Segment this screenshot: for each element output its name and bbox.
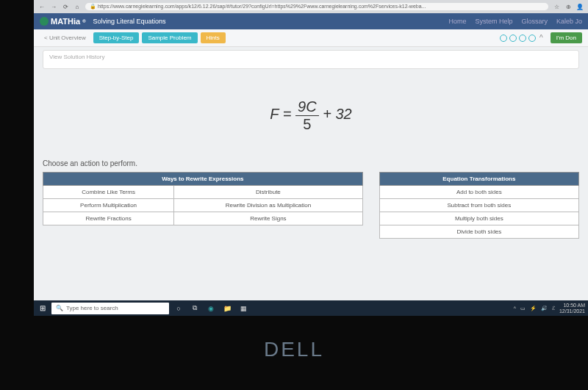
action-subtract-both-sides[interactable]: Subtract from both sides: [379, 199, 578, 212]
taskbar-search[interactable]: 🔍 Type here to search: [51, 303, 169, 314]
logo-dot-icon: [40, 17, 49, 26]
lock-icon: 🔒: [90, 4, 96, 9]
cortana-icon[interactable]: ○: [172, 302, 185, 315]
laptop-brand-label: DELL: [0, 338, 588, 361]
url-bar[interactable]: 🔒 https://www.carnegielearning.com/apps/…: [85, 3, 548, 10]
chevron-up-icon[interactable]: ^: [539, 34, 543, 42]
menu-icon[interactable]: ⊕: [564, 3, 572, 10]
im-done-button[interactable]: I'm Don: [551, 32, 582, 43]
battery-icon[interactable]: ▭: [520, 306, 526, 311]
sample-problem-button[interactable]: Sample Problem: [142, 32, 197, 43]
progress-circle: [528, 35, 536, 42]
action-perform-multiplication[interactable]: Perform Multiplication: [43, 199, 174, 212]
table-header: Ways to Rewrite Expressions: [43, 173, 363, 186]
language-icon[interactable]: ℰ: [552, 306, 555, 311]
reload-icon[interactable]: ⟳: [62, 3, 69, 10]
task-view-icon[interactable]: ⧉: [188, 302, 201, 315]
nav-glossary[interactable]: Glossary: [521, 18, 548, 25]
star-icon[interactable]: ☆: [553, 3, 560, 10]
nav-user[interactable]: Kaleb Jo: [556, 18, 582, 25]
app-icon[interactable]: ▦: [237, 302, 250, 315]
rewrite-expressions-table: Ways to Rewrite Expressions Combine Like…: [43, 172, 363, 225]
wifi-icon[interactable]: ⚡: [530, 306, 537, 311]
mathia-logo: MATHia®: [40, 17, 86, 26]
url-text: https://www.carnegielearning.com/apps/k1…: [98, 4, 426, 9]
solution-history-box[interactable]: View Solution History: [43, 50, 579, 69]
equation-display: F = 9C5 + 32: [43, 69, 579, 155]
progress-circle: [519, 35, 526, 42]
action-combine-like-terms[interactable]: Combine Like Terms: [43, 186, 174, 199]
lesson-title: Solving Literal Equations: [93, 18, 166, 25]
hints-button[interactable]: Hints: [201, 32, 226, 43]
action-distribute[interactable]: Distribute: [174, 186, 363, 199]
table-header: Equation Transformations: [379, 173, 578, 186]
progress-circles: ^: [500, 34, 543, 42]
tray-chevron-icon[interactable]: ^: [514, 306, 516, 311]
progress-circle: [509, 35, 517, 42]
edge-icon[interactable]: ◉: [204, 302, 218, 315]
action-multiply-both-sides[interactable]: Multiply both sides: [379, 212, 578, 225]
equation-transformations-table: Equation Transformations Add to both sid…: [379, 172, 579, 239]
action-add-both-sides[interactable]: Add to both sides: [379, 186, 578, 199]
windows-start-icon[interactable]: ⊞: [37, 303, 49, 314]
action-prompt: Choose an action to perform.: [43, 159, 579, 167]
action-rewrite-division[interactable]: Rewrite Division as Multiplication: [174, 199, 363, 212]
search-placeholder: Type here to search: [66, 305, 118, 311]
nav-system-help[interactable]: System Help: [475, 18, 512, 25]
clock[interactable]: 10:50 AM 12/31/2021: [559, 303, 585, 314]
action-rewrite-signs[interactable]: Rewrite Signs: [174, 212, 363, 225]
nav-home[interactable]: Home: [448, 18, 466, 25]
action-rewrite-fractions[interactable]: Rewrite Fractions: [43, 212, 174, 225]
volume-icon[interactable]: 🔊: [541, 306, 548, 311]
explorer-icon[interactable]: 📁: [220, 302, 234, 315]
browser-chrome-bar: ← → ⟳ ⌂ 🔒 https://www.carnegielearning.c…: [34, 0, 588, 13]
step-by-step-button[interactable]: Step-by-Step: [93, 32, 140, 43]
home-icon[interactable]: ⌂: [74, 3, 81, 10]
windows-taskbar: ⊞ 🔍 Type here to search ○ ⧉ ◉ 📁 ▦ ^ ▭ ⚡ …: [34, 300, 588, 316]
back-icon[interactable]: ←: [38, 3, 46, 10]
forward-icon[interactable]: →: [50, 3, 57, 10]
progress-circle: [500, 35, 507, 42]
profile-icon[interactable]: 👤: [576, 3, 584, 10]
search-icon: 🔍: [56, 305, 63, 311]
toolbar: < Unit Overview Step-by-Step Sample Prob…: [34, 29, 588, 47]
unit-overview-link[interactable]: < Unit Overview: [40, 32, 90, 43]
app-header: MATHia® Solving Literal Equations Home S…: [34, 13, 588, 29]
action-divide-both-sides[interactable]: Divide both sides: [379, 225, 578, 239]
